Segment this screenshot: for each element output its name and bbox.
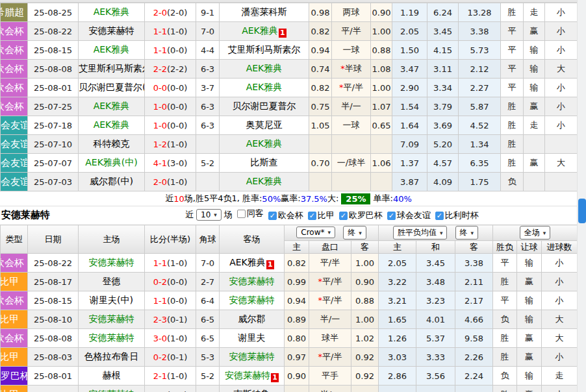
team-name: 赫根	[103, 370, 121, 380]
match-row: 欧会杯25-08-22安德莱赫特1-1(1-0)7-0AEK雅典10.82平/半…	[1, 254, 578, 273]
filter-checkbox[interactable]	[308, 212, 316, 220]
team-name: AEK雅典	[246, 63, 283, 73]
odds-final-select[interactable]: 终▾	[455, 226, 479, 239]
score-cell: 5-2(2-0)	[145, 386, 196, 392]
euro-home-odds: 3.03	[379, 348, 416, 367]
ah-home-odds: 0.82	[309, 22, 332, 41]
match-row: 比甲25-08-10安德莱赫特2-3(0-1)6-5威尔郡0.89半/一1.00…	[1, 310, 578, 329]
corner-cell: 7-0	[196, 254, 220, 273]
ah-away-odds: 0.88	[371, 41, 392, 60]
summary-text: 50%	[262, 194, 281, 204]
team-name: AEK雅典	[246, 176, 283, 186]
ah-line: *平/半	[309, 273, 351, 291]
chevron-down-icon: ▾	[214, 212, 217, 218]
corner-cell	[196, 173, 220, 191]
fulltime-score: 5-2	[153, 390, 167, 392]
date-cell: 25-08-10	[28, 310, 79, 329]
aek-matches-table: 希腊超25-08-25AEK雅典2-0(2-0)9-1潘塞莱科斯0.98两球0.…	[0, 3, 578, 191]
league-label: 比甲	[1, 348, 28, 366]
filter-item[interactable]: 欧罗巴杯	[335, 210, 383, 221]
ah-home-odds: 0.74	[309, 60, 332, 79]
asterisk-mark: *	[318, 276, 323, 286]
euro-away-odds: 5.73	[459, 41, 501, 60]
near-label: 近	[185, 209, 194, 221]
league-label: 比甲	[1, 273, 28, 291]
anderlecht-section-header: 安德莱赫特 近 10 ▾ 场 同客欧会杯比甲欧罗巴杯球会友谊比利时杯	[0, 206, 577, 225]
result-goals-cell: 小	[542, 291, 578, 310]
ah-line: *平/半	[309, 348, 351, 367]
ah-line	[332, 173, 371, 191]
filter-label: 比利时杯	[445, 210, 479, 221]
result-goals-cell: 小	[545, 41, 578, 60]
chevron-down-icon: ▾	[359, 230, 362, 236]
team-name: 威尔郡(中)	[90, 176, 133, 186]
league-label: 球会友谊	[1, 116, 28, 134]
date-cell: 25-08-15	[28, 291, 79, 310]
result-handicap-cell: 输	[517, 367, 542, 386]
filter-checkbox[interactable]	[387, 212, 396, 220]
halftime-score: (2-2)	[167, 64, 187, 74]
asterisk-mark: *	[318, 295, 323, 305]
team-name: 安德莱赫特	[229, 295, 275, 305]
result-outcome-cell: 平	[501, 41, 524, 60]
result-outcome-cell: 胜	[493, 386, 517, 392]
ah-away-odds: 0.90	[351, 273, 379, 291]
scope-select[interactable]: 全场▾	[520, 226, 551, 239]
filter-checkbox[interactable]	[237, 210, 246, 218]
fulltime-score: 0-0	[153, 83, 167, 93]
filter-checkbox[interactable]	[339, 212, 348, 220]
team-name: AEK雅典	[94, 119, 130, 130]
fulltime-score: 1-0	[153, 102, 167, 112]
away-team-cell: 安德莱赫特	[220, 273, 285, 291]
league-label: 欧会杯	[1, 79, 28, 97]
ah-line: 半/一	[309, 386, 351, 392]
sub-header-ah-away: 客	[351, 241, 379, 254]
halftime-score: (3-0)	[167, 158, 187, 168]
scrollbar-thumb[interactable]	[578, 199, 586, 223]
date-cell: 25-08-08	[28, 329, 79, 348]
away-team-cell: AEK雅典1	[220, 22, 309, 41]
ah-line: *平/半	[332, 79, 371, 97]
score-cell: 3-0(1-0)	[145, 329, 196, 348]
league-label: 欧会杯	[1, 60, 28, 78]
result-handicap-cell: 输	[517, 310, 542, 329]
result-outcome-cell: 负	[493, 367, 517, 386]
corner-cell: 6-3	[196, 116, 220, 135]
filter-checkbox[interactable]	[268, 212, 277, 220]
match-row: 球会友谊25-07-18AEK雅典1-0(0-0)6-3奥莫尼亚1.05一球0.…	[1, 116, 578, 135]
filter-item[interactable]: 比利时杯	[431, 210, 479, 221]
vertical-scrollbar[interactable]	[577, 0, 586, 392]
games-count-select[interactable]: 10 ▾	[196, 209, 222, 221]
score-cell: 0-2(0-0)	[145, 273, 196, 291]
ah-away-odds: 0.84	[351, 386, 379, 392]
home-team-cell: 赫根	[79, 367, 145, 386]
home-team-cell: 艾里斯利马斯素尔	[79, 60, 145, 79]
bookmaker-select[interactable]: Crow*▾	[296, 227, 335, 238]
league-cell: 欧会杯	[1, 79, 28, 97]
filter-item[interactable]: 同客	[233, 208, 264, 219]
corner-cell	[196, 135, 220, 154]
rank-badge: 1	[266, 260, 274, 269]
away-team-cell: 安德莱赫特	[220, 348, 285, 367]
ah-away-odds	[371, 173, 392, 191]
handicap-final-select[interactable]: 终▾	[343, 226, 366, 239]
home-team-cell: 科特赖克	[79, 135, 145, 154]
league-cell: 球会友谊	[1, 116, 28, 135]
halftime-score: (0-0)	[167, 102, 187, 112]
match-row: 球会友谊25-07-07AEK雅典(中)4-1(3-0)5-2比斯查0.70一/…	[1, 154, 578, 173]
odds-avg-select[interactable]: 胜平负均值▾	[393, 226, 448, 239]
halftime-score: (1-0)	[167, 258, 187, 268]
filter-item[interactable]: 欧会杯	[264, 210, 303, 221]
league-cell: 比甲	[1, 386, 28, 392]
filter-item[interactable]: 比甲	[303, 210, 335, 221]
league-label: 欧罗巴杯	[1, 367, 28, 385]
euro-draw-odds: 3.48	[416, 273, 455, 291]
date-cell: 25-08-25	[28, 3, 79, 22]
match-row: 球会友谊25-07-10科特赖克1-2(1-0)AEK雅典7.095.201.3…	[1, 135, 578, 154]
content-area: 希腊超25-08-25AEK雅典2-0(2-0)9-1潘塞莱科斯0.98两球0.…	[0, 0, 577, 392]
away-team-cell: 安德莱赫特	[220, 291, 285, 310]
filter-checkbox[interactable]	[435, 212, 444, 220]
league-cell: 希腊超	[1, 3, 28, 22]
filter-item[interactable]: 球会友谊	[383, 210, 431, 221]
summary-text: 单率:	[373, 193, 392, 204]
